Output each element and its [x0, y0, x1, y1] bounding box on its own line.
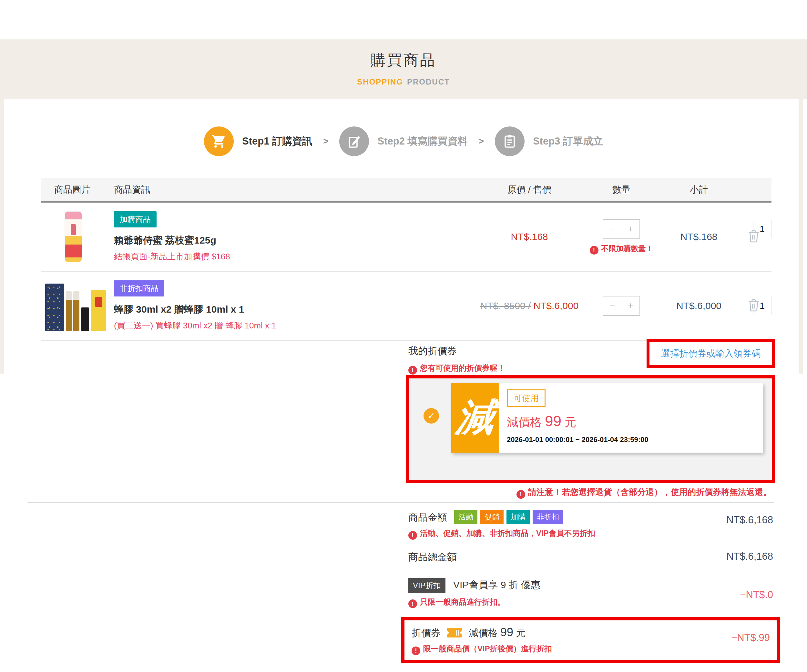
- annotation-box-coupon-link: 選擇折價券或輸入領券碼: [647, 339, 775, 368]
- coupon-valid-period: 2026-01-01 00:00:01 ~ 2026-01-04 23:59:0…: [507, 435, 649, 444]
- amount-row: 商品金額 活動 促銷 加購 非折扣 NT$.6,168 !活動、促銷、加購、非折…: [408, 510, 773, 540]
- vip-note: !只限一般商品進行折扣。: [408, 597, 773, 608]
- quantity-stepper[interactable]: − 1 +: [603, 219, 640, 239]
- coupon-selected-check-icon[interactable]: ✓: [423, 408, 439, 424]
- quantity-plus-button[interactable]: +: [621, 220, 639, 238]
- addon-badge: 加購: [506, 510, 530, 524]
- page-subtitle: SHOPPINGPRODUCT: [0, 78, 807, 86]
- coupon-description: 減價格 99 元: [507, 412, 649, 430]
- coupon-status-badge: 可使用: [507, 389, 546, 407]
- ticket-icon: [447, 627, 463, 638]
- no-discount-badge: 非折扣: [533, 510, 563, 524]
- header-price: 原價 / 售價: [478, 184, 581, 196]
- product-name: 賴爺爺侍蜜 荔枝蜜125g: [114, 234, 478, 247]
- step-separator-icon: >: [323, 136, 328, 146]
- event-badge: 活動: [454, 510, 477, 524]
- product-promo: (買二送一) 買蜂膠 30ml x2 贈 蜂膠 10ml x 1: [114, 320, 478, 331]
- step-3-order-complete: Step3 訂單成立: [495, 126, 603, 156]
- step-2-fill-info: Step2 填寫購買資料: [339, 126, 467, 156]
- table-row: 非折扣商品 蜂膠 30ml x2 贈蜂膠 10ml x 1 (買二送一) 買蜂膠…: [42, 271, 772, 341]
- checkout-steps: Step1 訂購資訊 > Step2 填寫購買資料 > Step3 訂單成立: [0, 126, 807, 156]
- step-1-label: Step1 訂購資訊: [242, 134, 312, 148]
- step-separator-icon: >: [479, 136, 484, 146]
- product-info: 非折扣商品 蜂膠 30ml x2 贈蜂膠 10ml x 1 (買二送一) 買蜂膠…: [114, 280, 478, 331]
- my-coupons-title: 我的折價券: [408, 344, 505, 358]
- alert-icon: !: [408, 531, 417, 540]
- quantity-minus-button[interactable]: −: [603, 220, 621, 238]
- total-row: 商品總金額 NT$.6,168: [408, 551, 773, 564]
- total-value: NT$.6,168: [726, 551, 773, 562]
- product-image: [42, 280, 114, 331]
- quantity-cell: − 1 +: [581, 296, 662, 316]
- alert-icon: !: [590, 246, 598, 255]
- product-info: 加購商品 賴爺爺侍蜜 荔枝蜜125g 結帳頁面-新品上市加購價 $168: [114, 211, 478, 262]
- vip-value: −NT$.0: [740, 589, 773, 601]
- my-coupons-note: !您有可使用的折價券喔！: [408, 363, 505, 374]
- vip-discount-row: VIP折扣 VIP會員享 9 折 優惠 −NT$.0 !只限一般商品進行折扣。: [408, 578, 773, 608]
- cart-table-header: 商品圖片 商品資訊 原價 / 售價 數量 小計: [42, 178, 772, 203]
- product-subtotal: NT$.6,000: [662, 300, 736, 311]
- header-subtotal: 小計: [662, 184, 736, 196]
- coupon-row-text: 減價格 99 元: [469, 627, 526, 638]
- section-divider: [27, 502, 774, 503]
- quantity-input[interactable]: 1: [753, 296, 772, 315]
- sale-price: NT$.6,000: [533, 300, 578, 311]
- addon-badge: 加購商品: [114, 211, 156, 227]
- annotation-box-coupon-card: ✓ 減 可使用 減價格 99 元 2026-01-01 00:00:01 ~ 2…: [406, 375, 775, 483]
- header-product-info: 商品資訊: [114, 184, 478, 196]
- amount-badges: 活動 促銷 加購 非折扣: [454, 510, 563, 524]
- header-quantity: 數量: [581, 184, 662, 196]
- my-coupons-section: 我的折價券 !您有可使用的折價券喔！: [408, 344, 505, 374]
- quantity-note: !不限加購數量！: [581, 243, 662, 255]
- coupon-row-value: −NT$.99: [731, 632, 770, 644]
- cart-table: 商品圖片 商品資訊 原價 / 售價 數量 小計 加購商品 賴爺爺侍蜜 荔枝蜜12…: [42, 178, 772, 341]
- quantity-minus-button[interactable]: −: [603, 296, 621, 315]
- page-header: 購買商品 SHOPPINGPRODUCT: [0, 39, 807, 99]
- quantity-plus-button[interactable]: +: [621, 296, 639, 315]
- header-product-image: 商品圖片: [42, 184, 114, 196]
- coupon-discount-glyph: 減: [451, 383, 499, 453]
- vip-text: VIP會員享 9 折 優惠: [453, 579, 540, 590]
- product-image: [42, 211, 114, 262]
- no-discount-badge: 非折扣商品: [114, 280, 164, 296]
- edit-icon: [339, 126, 369, 156]
- alert-icon: !: [408, 599, 417, 608]
- product-name: 蜂膠 30ml x2 贈蜂膠 10ml x 1: [114, 303, 478, 316]
- amount-value: NT$.6,168: [726, 514, 773, 526]
- annotation-box-coupon-row: 折價券 減價格 99 元 −NT$.99 !限一般商品價（VIP折後價）進行折扣: [401, 617, 780, 663]
- product-price: NT$.168: [478, 231, 581, 242]
- subtitle-product: PRODUCT: [407, 78, 450, 86]
- amount-label: 商品金額: [408, 512, 447, 523]
- subtitle-shopping: SHOPPING: [357, 78, 403, 86]
- quantity-cell: − 1 + !不限加購數量！: [581, 219, 662, 255]
- alert-icon: !: [408, 366, 417, 374]
- original-price: NT$. 8500 /: [480, 300, 531, 311]
- table-row: 加購商品 賴爺爺侍蜜 荔枝蜜125g 結帳頁面-新品上市加購價 $168 NT$…: [42, 203, 772, 271]
- propolis-set-image: [45, 280, 106, 331]
- amount-note: !活動、促銷、加購、非折扣商品，VIP會員不另折扣: [408, 528, 773, 540]
- cart-icon: [204, 126, 234, 156]
- product-promo: 結帳頁面-新品上市加購價 $168: [114, 251, 478, 262]
- total-label: 商品總金額: [408, 552, 457, 562]
- alert-icon: !: [412, 647, 420, 655]
- coupon-row-label: 折價券: [412, 627, 441, 638]
- product-subtotal: NT$.168: [662, 231, 736, 242]
- alert-icon: !: [516, 490, 525, 499]
- coupon-warning: !請注意！若您選擇退貨（含部分退），使用的折價券將無法返還。: [516, 487, 772, 499]
- step-1-order-info: Step1 訂購資訊: [204, 126, 312, 156]
- quantity-input[interactable]: 1: [753, 220, 772, 238]
- coupon-card[interactable]: 減 可使用 減價格 99 元 2026-01-01 00:00:01 ~ 202…: [451, 383, 763, 453]
- product-price: NT$. 8500 /NT$.6,000: [478, 300, 581, 311]
- step-3-label: Step3 訂單成立: [533, 134, 603, 148]
- step-2-label: Step2 填寫購買資料: [377, 134, 467, 148]
- sale-badge: 促銷: [480, 510, 503, 524]
- vip-badge: VIP折扣: [408, 578, 445, 593]
- page-title: 購買商品: [0, 39, 807, 70]
- honey-bottle-image: [65, 211, 82, 262]
- quantity-stepper[interactable]: − 1 +: [603, 296, 640, 316]
- clipboard-icon: [495, 126, 525, 156]
- select-coupon-link[interactable]: 選擇折價券或輸入領券碼: [661, 348, 761, 360]
- order-summary: 商品金額 活動 促銷 加購 非折扣 NT$.6,168 !活動、促銷、加購、非折…: [408, 510, 773, 672]
- coupon-row-note: !限一般商品價（VIP折後價）進行折扣: [412, 644, 770, 655]
